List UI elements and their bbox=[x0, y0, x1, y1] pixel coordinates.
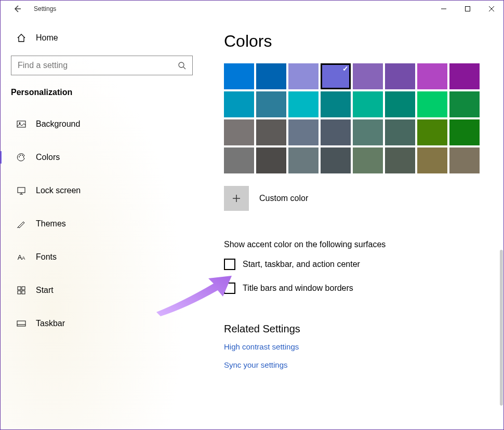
window-title: Settings bbox=[34, 5, 56, 12]
custom-color-button[interactable] bbox=[224, 186, 249, 211]
color-swatch[interactable] bbox=[224, 119, 254, 145]
color-swatch-grid bbox=[224, 63, 493, 173]
related-heading: Related Settings bbox=[224, 323, 493, 335]
sidebar-item-label: Taskbar bbox=[36, 319, 65, 328]
checkbox-label: Start, taskbar, and action center bbox=[243, 260, 360, 269]
sidebar-item-taskbar[interactable]: Taskbar bbox=[11, 311, 208, 336]
color-swatch[interactable] bbox=[449, 119, 480, 145]
close-button[interactable] bbox=[480, 1, 503, 17]
sidebar-item-label: Themes bbox=[36, 219, 66, 229]
svg-line-14 bbox=[17, 227, 18, 228]
svg-rect-16 bbox=[22, 287, 25, 290]
color-swatch[interactable] bbox=[385, 63, 415, 89]
color-swatch[interactable] bbox=[449, 63, 480, 89]
color-swatch[interactable] bbox=[449, 91, 480, 117]
color-swatch[interactable] bbox=[321, 91, 351, 117]
color-swatch[interactable] bbox=[385, 147, 415, 173]
sidebar-item-themes[interactable]: Themes bbox=[11, 211, 208, 236]
color-swatch[interactable] bbox=[417, 147, 447, 173]
color-swatch[interactable] bbox=[224, 63, 254, 89]
color-swatch[interactable] bbox=[353, 91, 383, 117]
svg-point-7 bbox=[19, 123, 21, 124]
color-swatch[interactable] bbox=[385, 91, 415, 117]
svg-point-4 bbox=[179, 62, 184, 68]
color-swatch[interactable] bbox=[321, 63, 351, 89]
sidebar-item-label: Lock screen bbox=[36, 186, 81, 195]
font-icon: AA bbox=[16, 252, 26, 262]
sidebar-item-label: Background bbox=[36, 119, 80, 129]
color-swatch[interactable] bbox=[256, 63, 286, 89]
custom-color-label: Custom color bbox=[259, 194, 308, 203]
color-swatch[interactable] bbox=[224, 147, 254, 173]
lock-screen-icon bbox=[16, 185, 26, 196]
start-icon bbox=[16, 285, 26, 295]
link-high-contrast[interactable]: High contrast settings bbox=[224, 342, 493, 351]
checkbox-label: Title bars and window borders bbox=[243, 284, 353, 293]
svg-point-9 bbox=[20, 155, 21, 156]
color-swatch[interactable] bbox=[353, 119, 383, 145]
home-nav[interactable]: Home bbox=[11, 26, 208, 49]
color-swatch[interactable] bbox=[449, 147, 480, 173]
search-field[interactable] bbox=[18, 61, 161, 70]
sidebar-item-lock-screen[interactable]: Lock screen bbox=[11, 178, 208, 203]
sidebar-item-label: Fonts bbox=[36, 252, 57, 262]
sidebar-item-label: Start bbox=[36, 286, 54, 295]
color-swatch[interactable] bbox=[224, 91, 254, 117]
search-icon bbox=[178, 61, 186, 70]
scrollbar[interactable] bbox=[500, 250, 503, 406]
color-swatch[interactable] bbox=[417, 119, 447, 145]
taskbar-icon bbox=[16, 318, 26, 329]
home-label: Home bbox=[36, 33, 58, 43]
sidebar-item-start[interactable]: Start bbox=[11, 278, 208, 303]
color-swatch[interactable] bbox=[385, 119, 415, 145]
link-sync-settings[interactable]: Sync your settings bbox=[224, 360, 493, 369]
svg-rect-15 bbox=[18, 287, 21, 290]
surfaces-heading: Show accent color on the following surfa… bbox=[224, 240, 493, 249]
sidebar-item-colors[interactable]: Colors bbox=[11, 145, 208, 170]
palette-icon bbox=[16, 152, 26, 163]
paint-icon bbox=[16, 219, 26, 229]
svg-rect-17 bbox=[18, 291, 21, 294]
svg-point-8 bbox=[19, 156, 20, 157]
picture-icon bbox=[16, 119, 26, 129]
color-swatch[interactable] bbox=[288, 147, 319, 173]
back-button[interactable] bbox=[9, 3, 25, 15]
color-swatch[interactable] bbox=[288, 63, 319, 89]
svg-rect-1 bbox=[466, 7, 470, 11]
checkbox-title-bars[interactable]: Title bars and window borders bbox=[224, 283, 493, 294]
checkbox-icon[interactable] bbox=[224, 283, 235, 294]
page-title: Colors bbox=[224, 32, 493, 51]
search-input[interactable] bbox=[11, 56, 193, 75]
color-swatch[interactable] bbox=[256, 147, 286, 173]
color-swatch[interactable] bbox=[321, 147, 351, 173]
maximize-button[interactable] bbox=[456, 1, 480, 17]
color-swatch[interactable] bbox=[256, 91, 286, 117]
svg-point-10 bbox=[22, 155, 23, 156]
svg-rect-19 bbox=[17, 321, 25, 326]
checkbox-icon[interactable] bbox=[224, 259, 235, 270]
svg-rect-11 bbox=[18, 187, 25, 193]
minimize-button[interactable] bbox=[432, 1, 456, 17]
checkbox-start-taskbar[interactable]: Start, taskbar, and action center bbox=[224, 259, 493, 270]
color-swatch[interactable] bbox=[417, 63, 447, 89]
sidebar-item-background[interactable]: Background bbox=[11, 112, 208, 137]
color-swatch[interactable] bbox=[256, 119, 286, 145]
color-swatch[interactable] bbox=[417, 91, 447, 117]
sidebar-item-fonts[interactable]: AA Fonts bbox=[11, 245, 208, 270]
color-swatch[interactable] bbox=[288, 119, 319, 145]
sidebar-item-label: Colors bbox=[36, 153, 60, 162]
svg-rect-18 bbox=[22, 291, 25, 294]
svg-line-5 bbox=[183, 67, 185, 69]
color-swatch[interactable] bbox=[288, 91, 319, 117]
home-icon bbox=[16, 33, 26, 43]
color-swatch[interactable] bbox=[321, 119, 351, 145]
color-swatch[interactable] bbox=[353, 63, 383, 89]
color-swatch[interactable] bbox=[353, 147, 383, 173]
category-title: Personalization bbox=[11, 88, 208, 97]
